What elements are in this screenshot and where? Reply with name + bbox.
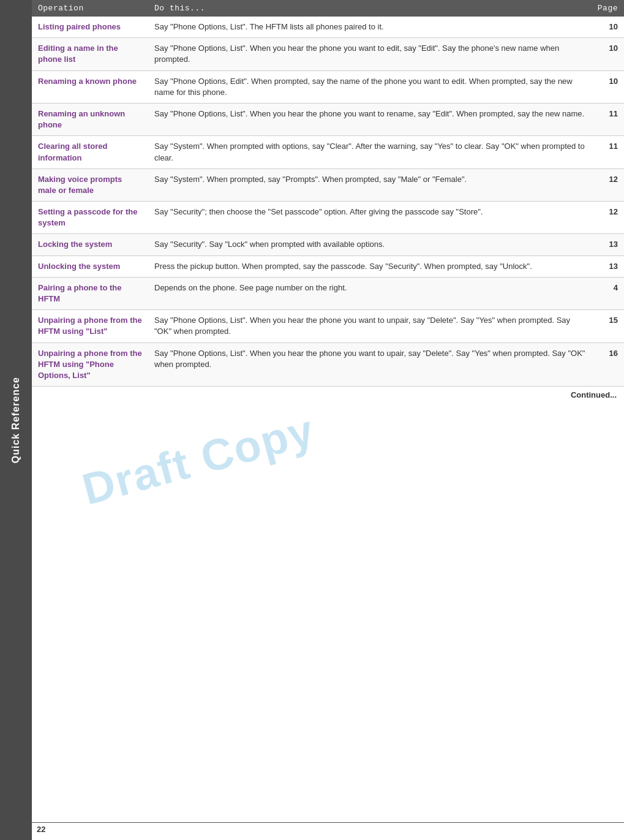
main-content: Operation Do this... Page Listing paired… xyxy=(32,0,624,840)
cell-operation: Setting a passcode for the system xyxy=(32,202,148,234)
cell-page: 13 xyxy=(592,255,624,277)
cell-operation: Editing a name in the phone list xyxy=(32,38,148,70)
cell-dothis: Depends on the phone. See page number on… xyxy=(148,277,592,309)
cell-operation: Listing paired phones xyxy=(32,17,148,38)
sidebar: Quick Reference xyxy=(0,0,32,840)
cell-dothis: Say "System". When prompted, say "Prompt… xyxy=(148,168,592,201)
table-row: Unlocking the systemPress the pickup but… xyxy=(32,255,624,277)
cell-operation: Pairing a phone to the HFTM xyxy=(32,277,148,309)
table-row: Listing paired phonesSay "Phone Options,… xyxy=(32,17,624,38)
reference-table: Operation Do this... Page Listing paired… xyxy=(32,0,624,387)
table-row: Locking the systemSay "Security". Say "L… xyxy=(32,234,624,255)
cell-operation: Unpairing a phone from the HFTM using "L… xyxy=(32,310,148,342)
table-row: Unpairing a phone from the HFTM using "L… xyxy=(32,310,624,342)
table-row: Clearing all stored informationSay "Syst… xyxy=(32,136,624,168)
page-number: 22 xyxy=(37,825,45,834)
cell-page: 13 xyxy=(592,234,624,255)
table-header-row: Operation Do this... Page xyxy=(32,0,624,17)
cell-page: 11 xyxy=(592,136,624,168)
cell-page: 16 xyxy=(592,342,624,387)
cell-page: 15 xyxy=(592,310,624,342)
cell-dothis: Press the pickup button. When prompted, … xyxy=(148,255,592,277)
cell-dothis: Say "Security". Say "Lock" when prompted… xyxy=(148,234,592,255)
cell-dothis: Say "Phone Options, List". When you hear… xyxy=(148,310,592,342)
cell-dothis: Say "Security"; then choose the "Set pas… xyxy=(148,202,592,234)
table-row: Renaming an unknown phoneSay "Phone Opti… xyxy=(32,103,624,135)
cell-operation: Making voice prompts male or female xyxy=(32,168,148,201)
header-operation: Operation xyxy=(32,0,148,17)
continued-label: Continued... xyxy=(32,387,624,403)
table-row: Unpairing a phone from the HFTM using "P… xyxy=(32,342,624,387)
cell-page: 11 xyxy=(592,103,624,135)
cell-dothis: Say "Phone Options, List". The HFTM list… xyxy=(148,17,592,38)
table-row: Setting a passcode for the systemSay "Se… xyxy=(32,202,624,234)
header-page: Page xyxy=(592,0,624,17)
cell-dothis: Say "Phone Options, List". When you hear… xyxy=(148,103,592,135)
cell-operation: Locking the system xyxy=(32,234,148,255)
cell-dothis: Say "Phone Options, List". When you hear… xyxy=(148,38,592,70)
cell-page: 10 xyxy=(592,38,624,70)
cell-operation: Renaming an unknown phone xyxy=(32,103,148,135)
cell-page: 10 xyxy=(592,17,624,38)
cell-dothis: Say "Phone Options, List". When you hear… xyxy=(148,342,592,387)
cell-page: 12 xyxy=(592,168,624,201)
bottom-line xyxy=(32,822,624,823)
header-dothis: Do this... xyxy=(148,0,592,17)
cell-dothis: Say "Phone Options, Edit". When prompted… xyxy=(148,70,592,103)
page-wrapper: Quick Reference Operation Do this... Pag… xyxy=(0,0,624,840)
cell-operation: Unlocking the system xyxy=(32,255,148,277)
cell-page: 12 xyxy=(592,202,624,234)
cell-operation: Clearing all stored information xyxy=(32,136,148,168)
sidebar-label: Quick Reference xyxy=(10,377,21,463)
table-row: Editing a name in the phone listSay "Pho… xyxy=(32,38,624,70)
cell-operation: Renaming a known phone xyxy=(32,70,148,103)
cell-page: 4 xyxy=(592,277,624,309)
table-row: Renaming a known phoneSay "Phone Options… xyxy=(32,70,624,103)
table-row: Making voice prompts male or femaleSay "… xyxy=(32,168,624,201)
cell-page: 10 xyxy=(592,70,624,103)
cell-operation: Unpairing a phone from the HFTM using "P… xyxy=(32,342,148,387)
table-row: Pairing a phone to the HFTMDepends on th… xyxy=(32,277,624,309)
cell-dothis: Say "System". When prompted with options… xyxy=(148,136,592,168)
